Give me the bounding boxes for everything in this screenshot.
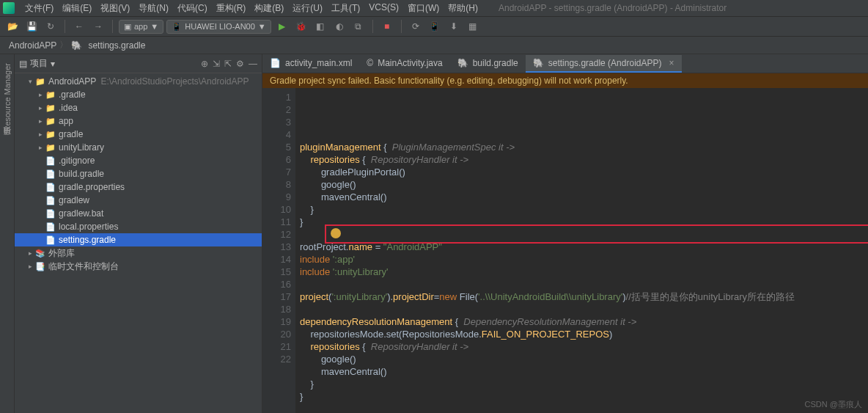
- crumb-file[interactable]: settings.gradle: [85, 40, 148, 51]
- refresh-icon[interactable]: ↻: [43, 18, 59, 34]
- tree-row[interactable]: 📄settings.gradle: [15, 233, 262, 246]
- back-icon[interactable]: ←: [71, 18, 87, 34]
- debug-icon[interactable]: 🐞: [293, 18, 309, 34]
- tree-row[interactable]: ▸📁app: [15, 114, 262, 128]
- crumb-root[interactable]: AndroidAPP: [6, 40, 59, 51]
- menu-item[interactable]: 代码(C): [173, 2, 212, 15]
- menu-item[interactable]: 编辑(E): [58, 2, 96, 15]
- main-split: Resource Manager 项目 ▤ 项目 ▾ ⊕ ⇲ ⇱ ⚙ — ▾📁A…: [0, 54, 868, 413]
- tree-row[interactable]: 📄gradle.properties: [15, 180, 262, 194]
- code-editor[interactable]: 12345678910111213141516171819202122 plug…: [262, 88, 868, 413]
- run-icon[interactable]: ▶: [274, 18, 290, 34]
- resource-manager-tab[interactable]: Resource Manager: [3, 63, 12, 132]
- toolbar: 📂 💾 ↻ ← → ▣ app ▼ 📱 HUAWEI LIO-AN00 ▼ ▶ …: [0, 16, 868, 37]
- watermark: CSDN @墨痕人: [805, 399, 862, 410]
- menu-item[interactable]: 帮助(H): [444, 2, 482, 15]
- tree-row[interactable]: ▸📁.gradle: [15, 88, 262, 101]
- menu-item[interactable]: 重构(R): [212, 2, 251, 15]
- editor-tab[interactable]: ©MainActivity.java: [359, 55, 449, 73]
- editor-tab[interactable]: 🐘settings.gradle (AndroidAPP)×: [526, 55, 682, 73]
- avd-icon[interactable]: 📱: [427, 18, 443, 34]
- layout-icon[interactable]: ▦: [465, 18, 481, 34]
- project-tree[interactable]: ▾📁AndroidAPPE:\AndroidStudioProjects\And…: [15, 73, 262, 413]
- collapse-icon[interactable]: ⇲: [213, 59, 220, 69]
- chevron-right-icon: 〉: [59, 39, 68, 51]
- sync-warning-banner: Gradle project sync failed. Basic functi…: [262, 73, 868, 88]
- menu-item[interactable]: 工具(T): [327, 2, 364, 15]
- tree-row[interactable]: ▸📁unityLibrary: [15, 141, 262, 154]
- editor-area: 📄activity_main.xml©MainActivity.java🐘bui…: [262, 54, 868, 413]
- open-icon[interactable]: 📂: [4, 18, 21, 34]
- code-content[interactable]: pluginManagement { PluginManagementSpec …: [295, 88, 795, 413]
- close-icon[interactable]: ×: [669, 58, 674, 68]
- forward-icon[interactable]: →: [90, 18, 106, 34]
- coverage-icon[interactable]: ◐: [331, 18, 347, 34]
- file-icon: 📄: [270, 58, 281, 68]
- stop-icon[interactable]: ■: [379, 18, 395, 34]
- editor-tab[interactable]: 🐘build.gradle: [450, 55, 526, 73]
- tree-row[interactable]: ▸📑临时文件和控制台: [15, 260, 262, 273]
- menu-item[interactable]: 运行(U): [288, 2, 327, 15]
- app-logo-icon: [3, 2, 15, 14]
- breadcrumb: AndroidAPP 〉 🐘 settings.gradle: [0, 37, 868, 54]
- file-icon: ©: [367, 58, 373, 68]
- left-tool-strip: Resource Manager 项目: [0, 54, 15, 413]
- tree-row[interactable]: 📄build.gradle: [15, 167, 262, 180]
- tree-row[interactable]: 📄gradlew.bat: [15, 207, 262, 220]
- gradle-file-icon: 🐘: [71, 40, 82, 51]
- sdk-icon[interactable]: ⬇: [446, 18, 462, 34]
- tree-row[interactable]: 📄local.properties: [15, 220, 262, 233]
- attach-icon[interactable]: ⧉: [350, 18, 367, 34]
- settings-icon[interactable]: ⚙: [236, 59, 244, 69]
- project-label: 项目: [30, 57, 48, 70]
- menu-item[interactable]: 窗口(W): [403, 2, 444, 15]
- expand-icon[interactable]: ⇱: [224, 59, 232, 69]
- menu-item[interactable]: VCS(S): [364, 2, 403, 15]
- file-icon: 🐘: [457, 58, 468, 68]
- hide-icon[interactable]: —: [249, 59, 257, 69]
- tree-row[interactable]: ▸📁.idea: [15, 101, 262, 114]
- project-header: ▤ 项目 ▾ ⊕ ⇲ ⇱ ⚙ —: [15, 54, 262, 73]
- tree-row[interactable]: ▸📁gradle: [15, 128, 262, 141]
- tree-row[interactable]: 📄.gitignore: [15, 154, 262, 167]
- tree-row[interactable]: 📄gradlew: [15, 194, 262, 207]
- menu-item[interactable]: 构建(B): [250, 2, 288, 15]
- intention-bulb-icon[interactable]: [331, 228, 341, 238]
- save-icon[interactable]: 💾: [23, 18, 40, 34]
- editor-tab[interactable]: 📄activity_main.xml: [262, 55, 359, 73]
- dropdown-icon[interactable]: ▾: [51, 59, 55, 69]
- line-gutter: 12345678910111213141516171819202122: [262, 88, 295, 413]
- device-combo[interactable]: 📱 HUAWEI LIO-AN00 ▼: [166, 20, 271, 34]
- menu-item[interactable]: 视图(V): [96, 2, 134, 15]
- menu-item[interactable]: 导航(N): [134, 2, 173, 15]
- window-title: AndroidAPP - settings.gradle (AndroidAPP…: [499, 3, 727, 13]
- run-config-combo[interactable]: ▣ app ▼: [119, 20, 163, 34]
- project-sidebar: ▤ 项目 ▾ ⊕ ⇲ ⇱ ⚙ — ▾📁AndroidAPPE:\AndroidS…: [15, 54, 262, 413]
- profile-icon[interactable]: ◧: [312, 18, 328, 34]
- tree-row[interactable]: ▾📁AndroidAPPE:\AndroidStudioProjects\And…: [15, 75, 262, 88]
- target-icon[interactable]: ⊕: [201, 59, 208, 69]
- menu-item[interactable]: 文件(F): [21, 2, 58, 15]
- menu-items-container: 文件(F)编辑(E)视图(V)导航(N)代码(C)重构(R)构建(B)运行(U)…: [21, 2, 482, 15]
- menubar: 文件(F)编辑(E)视图(V)导航(N)代码(C)重构(R)构建(B)运行(U)…: [0, 0, 868, 16]
- sync-icon[interactable]: ⟳: [408, 18, 424, 34]
- tree-row[interactable]: ▸📚外部库: [15, 246, 262, 260]
- editor-tabs: 📄activity_main.xml©MainActivity.java🐘bui…: [262, 54, 868, 73]
- file-icon: 🐘: [533, 58, 544, 68]
- project-icon: ▤: [19, 59, 27, 69]
